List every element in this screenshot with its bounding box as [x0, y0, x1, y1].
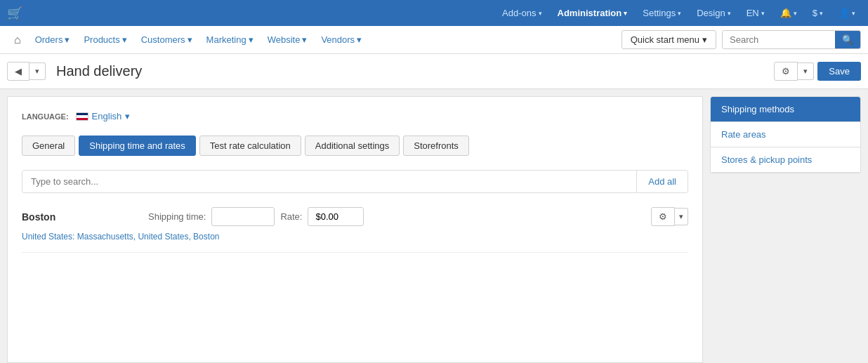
back-dropdown-button[interactable]: ▾: [29, 62, 46, 80]
shipping-location: United States: Massachusetts, United Sta…: [22, 232, 688, 242]
tab-test-rate[interactable]: Test rate calculation: [199, 136, 301, 156]
quick-start-caret: ▾: [702, 34, 707, 45]
gear-icon: ⚙: [782, 66, 790, 77]
rate-input[interactable]: [308, 207, 364, 226]
save-button[interactable]: Save: [817, 62, 861, 81]
rate-label: Rate:: [280, 211, 302, 222]
settings-gear-dropdown[interactable]: ▾: [798, 62, 814, 80]
language-menu[interactable]: EN ▾: [741, 0, 770, 26]
tab-shipping-time[interactable]: Shipping time and rates: [79, 136, 196, 156]
shipping-time-input[interactable]: [211, 207, 275, 226]
nav-products[interactable]: Products ▾: [77, 26, 133, 53]
shipping-entry-name: Boston: [22, 211, 148, 223]
shipping-field-group: Shipping time: Rate:: [148, 207, 651, 226]
administration-menu[interactable]: Administration ▾: [552, 0, 633, 26]
sidebar-container: Shipping methods Rate areas Stores & pic…: [710, 96, 861, 173]
nav-orders[interactable]: Orders ▾: [28, 26, 77, 53]
vendors-caret: ▾: [357, 34, 362, 45]
top-bar: 🛒 Add-ons ▾ Administration ▾ Settings ▾ …: [0, 0, 868, 26]
addons-caret: ▾: [539, 10, 542, 17]
orders-caret: ▾: [65, 34, 70, 45]
sidebar: Shipping methods Rate areas Stores & pic…: [710, 96, 861, 363]
entry-settings-dropdown[interactable]: ▾: [675, 208, 688, 225]
customers-caret: ▾: [188, 34, 192, 45]
shipping-search-row: Add all: [22, 170, 688, 193]
tab-additional-settings[interactable]: Additional settings: [305, 136, 400, 156]
nav-website[interactable]: Website ▾: [261, 26, 315, 53]
settings-caret: ▾: [678, 10, 681, 17]
flag-icon: [76, 112, 88, 121]
design-menu[interactable]: Design ▾: [691, 0, 736, 26]
entry-settings-button[interactable]: ⚙: [651, 207, 675, 226]
design-caret: ▾: [728, 10, 731, 17]
nav-bar: ⌂ Orders ▾ Products ▾ Customers ▾ Market…: [0, 26, 868, 54]
page-title: Hand delivery: [56, 63, 774, 79]
lang-caret: ▾: [761, 10, 765, 17]
nav-customers[interactable]: Customers ▾: [134, 26, 199, 53]
tabs-container: General Shipping time and rates Test rat…: [22, 136, 688, 156]
bell-icon: 🔔: [780, 8, 791, 18]
nav-marketing[interactable]: Marketing ▾: [199, 26, 261, 53]
tab-general[interactable]: General: [22, 136, 75, 156]
page-header: ◀ ▾ Hand delivery ⚙ ▾ Save: [0, 54, 868, 89]
currency-menu[interactable]: $ ▾: [807, 0, 829, 26]
sidebar-item-shipping-methods[interactable]: Shipping methods: [711, 97, 860, 122]
shipping-entry: Boston Shipping time: Rate: ⚙ ▾ United S…: [22, 207, 688, 253]
entry-gear-icon: ⚙: [659, 211, 667, 222]
sidebar-item-rate-areas[interactable]: Rate areas: [711, 122, 860, 147]
user-caret: ▾: [852, 10, 855, 17]
language-selector[interactable]: English ▾: [76, 111, 131, 121]
back-button[interactable]: ◀: [7, 62, 29, 81]
shipping-entry-header: Boston Shipping time: Rate: ⚙ ▾: [22, 207, 688, 226]
language-value: English: [92, 111, 122, 121]
quick-start-button[interactable]: Quick start menu ▾: [622, 30, 716, 49]
marketing-caret: ▾: [249, 34, 254, 45]
shipping-time-label: Shipping time:: [148, 211, 206, 222]
products-caret: ▾: [122, 34, 127, 45]
addons-menu[interactable]: Add-ons ▾: [497, 0, 547, 26]
notifications-menu[interactable]: 🔔 ▾: [775, 0, 803, 26]
add-all-button[interactable]: Add all: [636, 171, 688, 192]
language-label: LANGUAGE:: [22, 112, 69, 121]
settings-menu[interactable]: Settings ▾: [637, 0, 687, 26]
home-button[interactable]: ⌂: [7, 34, 28, 46]
tab-storefronts[interactable]: Storefronts: [403, 136, 469, 156]
nav-vendors[interactable]: Vendors ▾: [314, 26, 369, 53]
main-layout: LANGUAGE: English ▾ General Shipping tim…: [0, 89, 868, 363]
notif-caret: ▾: [794, 10, 797, 17]
user-icon: 👤: [839, 8, 850, 18]
currency-caret: ▾: [820, 10, 823, 17]
language-bar: LANGUAGE: English ▾: [22, 111, 688, 121]
sidebar-item-stores-pickup[interactable]: Stores & pickup points: [711, 147, 860, 173]
logo-icon[interactable]: 🛒: [7, 6, 22, 21]
settings-gear-button[interactable]: ⚙: [774, 62, 798, 81]
search-container: 🔍: [722, 30, 861, 49]
website-caret: ▾: [302, 34, 307, 45]
content-area: LANGUAGE: English ▾ General Shipping tim…: [7, 96, 703, 363]
administration-caret: ▾: [624, 10, 627, 17]
search-button[interactable]: 🔍: [835, 31, 860, 48]
user-menu[interactable]: 👤 ▾: [833, 0, 861, 26]
language-caret: ▾: [125, 111, 130, 121]
shipping-search-input[interactable]: [22, 171, 636, 192]
search-input[interactable]: [723, 31, 835, 48]
